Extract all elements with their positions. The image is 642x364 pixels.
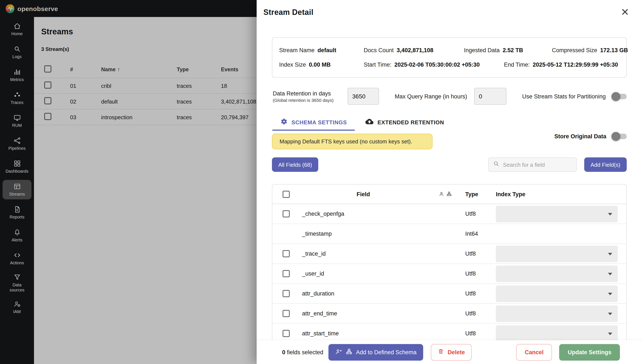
type-column-header: Type: [465, 191, 478, 197]
add-to-defined-schema-label: Add to Defined Schema: [356, 349, 416, 355]
stream-detail-drawer: Stream Detail Stream Namedefault Docs Co…: [257, 0, 642, 364]
gear-icon: [280, 118, 288, 126]
tab-extended-retention[interactable]: EXTENDED RETENTION: [357, 114, 452, 131]
tab-schema-settings[interactable]: SCHEMA SETTINGS: [272, 114, 355, 131]
select-all-fields-checkbox[interactable]: [283, 190, 290, 198]
close-button[interactable]: [617, 5, 633, 20]
field-name: _timestamp: [302, 230, 332, 237]
selected-count-number: 0: [282, 349, 285, 355]
stat-label: Stream Name: [279, 47, 315, 54]
close-icon: [620, 7, 630, 18]
sitemap-icon: [346, 348, 352, 356]
add-fields-button[interactable]: Add Field(s): [584, 158, 627, 172]
stat-docs-count: Docs Count3,402,871,108: [364, 47, 464, 54]
stat-label: Ingested Data: [464, 47, 500, 54]
stats-row-1: Stream Namedefault Docs Count3,402,871,1…: [279, 47, 619, 54]
field-search[interactable]: [488, 158, 577, 172]
partition-toggle[interactable]: [613, 94, 627, 99]
search-icon: [493, 160, 500, 169]
max-query-range-input[interactable]: [474, 88, 506, 105]
data-retention-note: (Global retention is 3650 days): [273, 97, 348, 102]
fields-table: Field Type Index Type _check_openfga Utf…: [272, 184, 627, 344]
data-retention-title: Data Retention in days: [273, 90, 348, 96]
stat-value: 2025-05-12 T12:29:59:99 +05:30: [533, 62, 618, 68]
field-header-icons: [439, 190, 452, 198]
chevron-down-icon: [608, 293, 612, 295]
chevron-down-icon: [608, 332, 612, 335]
field-checkbox[interactable]: [283, 250, 290, 257]
stream-stats-box: Stream Namedefault Docs Count3,402,871,1…: [272, 37, 627, 78]
chevron-down-icon: [608, 253, 612, 256]
field-row: _trace_id Utf8: [272, 244, 626, 264]
stat-label: Index Size: [279, 62, 306, 68]
index-type-select[interactable]: [496, 326, 618, 342]
chevron-down-icon: [608, 273, 612, 275]
stat-value: 3,402,871,108: [397, 47, 434, 54]
field-type: Utf8: [465, 270, 476, 277]
update-settings-button[interactable]: Update Settings: [559, 344, 620, 360]
fields-selected-count: 0 fields selected: [282, 349, 323, 355]
index-type-column-header: Index Type: [496, 191, 525, 197]
store-original-row: Store Original Data: [554, 133, 627, 140]
trash-icon: [438, 348, 444, 356]
field-checkbox[interactable]: [283, 270, 290, 277]
delete-button[interactable]: Delete: [431, 344, 472, 360]
user-icon: [439, 190, 444, 198]
field-checkbox[interactable]: [283, 310, 290, 317]
field-row: _user_id Utf8: [272, 264, 626, 284]
selected-count-label: fields selected: [287, 349, 323, 355]
index-type-select[interactable]: [496, 266, 618, 282]
stat-value: 2.52 TB: [503, 47, 523, 54]
field-type: Int64: [465, 230, 478, 237]
index-type-select[interactable]: [496, 206, 618, 222]
index-type-select[interactable]: [496, 306, 618, 322]
add-fields-label: Add Field(s): [591, 162, 620, 168]
search-input[interactable]: [503, 162, 572, 168]
field-name: attr_start_time: [302, 330, 339, 337]
field-checkbox[interactable]: [283, 330, 290, 337]
stat-compressed-size: Compressed Size172.13 GB: [552, 47, 628, 54]
drawer-tabs: SCHEMA SETTINGS EXTENDED RETENTION: [272, 114, 452, 131]
add-to-defined-schema-button[interactable]: Add to Defined Schema: [328, 344, 423, 360]
field-checkbox[interactable]: [283, 210, 290, 218]
stat-label: Compressed Size: [552, 47, 597, 54]
cloud-upload-icon: [366, 118, 374, 127]
field-name: _user_id: [302, 270, 324, 277]
stat-stream-name: Stream Namedefault: [279, 47, 364, 54]
fields-table-header: Field Type Index Type: [272, 184, 626, 204]
sitemap-icon: [447, 190, 452, 198]
app-root: openobserve Home Logs Metrics Traces RUM…: [0, 0, 642, 364]
data-retention-input[interactable]: [348, 88, 379, 105]
stat-value: 0.00 MB: [309, 62, 331, 68]
toggle-knob: [611, 92, 620, 101]
field-name: attr_duration: [302, 290, 334, 297]
cancel-button[interactable]: Cancel: [516, 344, 552, 360]
field-type: Utf8: [465, 330, 476, 337]
stat-start-time: Start Time:2025-02-06 T05:30:00:02 +05:3…: [364, 62, 504, 68]
update-settings-label: Update Settings: [568, 349, 611, 355]
field-type: Utf8: [465, 290, 476, 297]
field-checkbox[interactable]: [283, 290, 290, 297]
stat-value: default: [318, 47, 336, 54]
partition-label: Use Stream Stats for Partitioning: [522, 93, 606, 100]
field-type: Utf8: [465, 211, 476, 217]
field-type: Utf8: [465, 310, 476, 317]
tab-label: SCHEMA SETTINGS: [292, 119, 347, 125]
stat-end-time: End Time:2025-05-12 T12:29:59:99 +05:30: [504, 62, 619, 68]
fields-actions-row: All Fields (68) Add Field(s): [272, 158, 627, 172]
index-type-select[interactable]: [496, 246, 618, 262]
all-fields-button[interactable]: All Fields (68): [272, 158, 318, 172]
chevron-down-icon: [608, 313, 612, 315]
chevron-down-icon: [608, 213, 612, 216]
index-type-select[interactable]: [496, 286, 618, 302]
store-original-toggle[interactable]: [613, 134, 627, 139]
fts-warning-banner: Mapping Default FTS keys used (no custom…: [272, 134, 433, 149]
store-original-label: Store Original Data: [554, 133, 606, 140]
cancel-label: Cancel: [525, 349, 544, 355]
field-name: _check_openfga: [302, 211, 344, 217]
retention-row: Data Retention in days (Global retention…: [273, 88, 627, 105]
stat-value: 172.13 GB: [600, 47, 628, 54]
field-type: Utf8: [465, 250, 476, 257]
stat-label: End Time:: [504, 62, 530, 68]
delete-label: Delete: [448, 349, 465, 355]
